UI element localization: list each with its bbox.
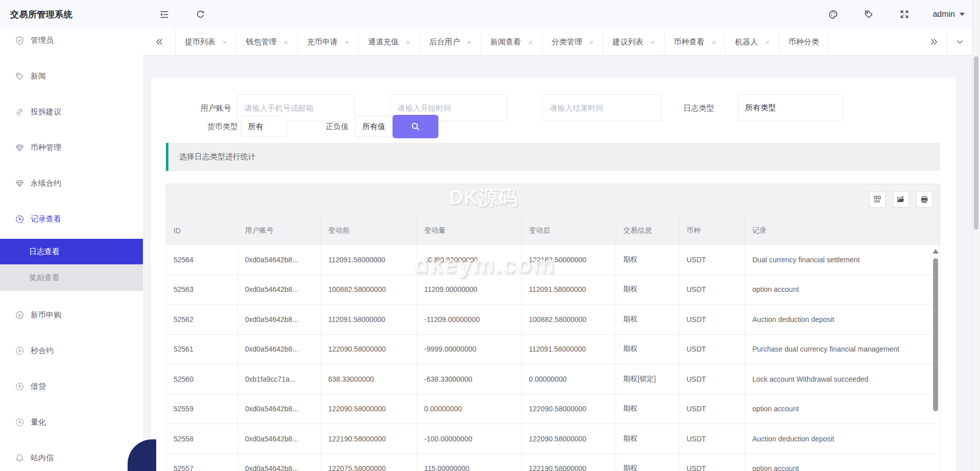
tab-5[interactable]: 后台用户× [420,29,481,55]
tab-3[interactable]: 充币申请× [298,29,359,55]
sidebar-item-records[interactable]: 记录查看 [0,207,143,231]
sidebar-item-new-coin[interactable]: $新币申购 [0,303,143,327]
page-scrollbar[interactable] [972,0,980,471]
sidebar-subitem-reward-view[interactable]: 奖励查看 [0,264,143,291]
user-menu[interactable]: admin [933,10,965,19]
cell-account: 0xd0a54642b8... [238,305,321,334]
column-header-account: 用户账号 [238,216,321,245]
tab-close-icon[interactable]: × [223,38,227,46]
sidebar-item-second-contract[interactable]: 秒合约 [0,339,143,362]
cell-before: 112091.58000000 [321,305,417,334]
search-button[interactable] [393,115,438,138]
cell-info: 期权 [616,394,679,424]
tabs-menu-button[interactable] [947,29,972,55]
sidebar-item-admin[interactable]: 管理员 [0,29,143,52]
tab-6[interactable]: 新闻查看× [481,29,543,55]
tab-close-icon[interactable]: × [284,38,288,46]
tab-close-icon[interactable]: × [590,38,594,46]
columns-button[interactable] [869,191,886,208]
table-header: ID用户账号变动前变动量变动后交易信息币种记录 [166,215,940,245]
sidebar-item-coin-manage[interactable]: 币种管理 [0,136,143,159]
tab-4[interactable]: 通道充值× [359,29,420,55]
table-scrollbar-thumb[interactable] [933,258,938,411]
refresh-icon[interactable] [195,9,206,20]
cell-after: 122182.50000000 [522,245,616,275]
sidebar-item-label: 秒合约 [31,346,54,356]
currency-type-select[interactable]: 所有 [241,116,287,137]
table-row: 525600xb1fa9cc71a...638.33000000-638.330… [166,364,940,394]
table-toolbar [166,184,940,215]
table-scrollbar [933,247,939,471]
sidebar-item-quant[interactable]: 量化 [0,410,143,434]
tab-close-icon[interactable]: × [765,38,770,46]
sidebar-item-mail[interactable]: 站内信 [0,446,143,469]
sidebar-subitem-log-view[interactable]: 日志查看 [0,239,143,264]
sidebar-item-label: 新币申购 [31,310,61,320]
tab-8[interactable]: 建议列表× [603,29,665,55]
tab-label: 通道充值 [368,37,399,47]
cell-id: 52558 [166,424,238,454]
dollar-icon: $ [15,310,24,320]
cell-coin: USDT [679,394,745,424]
diamond-icon [15,143,24,153]
table-body: 525640xd0a54642b8...112091.5800000010090… [166,245,940,471]
cell-record: option account [745,394,940,424]
tab-9[interactable]: 币种查看× [665,29,726,55]
sidebar-item-label: 永续合约 [31,179,61,188]
cell-record: Auction deduction deposit [745,305,940,334]
clock-icon [15,214,24,224]
print-button[interactable] [916,191,933,208]
sidebar-subitem-label: 奖励查看 [29,273,60,283]
cell-amount: -9999.00000000 [417,335,522,364]
cell-after: 122090.58000000 [522,394,616,424]
tab-2[interactable]: 钱包管理× [237,29,298,55]
tabs-scroll-right-button[interactable] [921,29,947,55]
tab-label: 提币列表 [185,37,215,47]
cell-after: 0.00000000 [522,364,616,394]
cell-info: 期权 [616,454,679,471]
shield-check-icon [15,36,24,45]
page-scrollbar-thumb[interactable] [974,56,978,230]
cell-account: 0xd0a54642b8... [238,424,321,454]
sidebar-item-label: 管理员 [31,36,54,45]
cell-coin: USDT [679,454,745,471]
column-header-id: ID [166,216,238,245]
cell-coin: USDT [679,335,745,364]
table-row: 525630xd0a54642b8...100882.5800000011209… [166,275,940,305]
sidebar-item-news[interactable]: 新闻 [0,64,143,88]
tabs-scroll-left-button[interactable] [143,29,176,55]
sidebar-item-lending[interactable]: 借贷 [0,375,143,398]
table-row: 525570xd0a54642b8...122075.58000000115.0… [166,454,940,471]
tab-close-icon[interactable]: × [712,38,716,46]
scroll-up-icon[interactable] [933,249,939,254]
tab-7[interactable]: 分类管理× [543,29,604,55]
cell-record: Dual currency financial settlement [745,245,940,275]
tab-close-icon[interactable]: × [467,38,472,46]
tab-close-icon[interactable]: × [528,38,533,46]
tab-close-icon[interactable]: × [406,38,410,46]
clock-icon [15,417,24,427]
cell-before: 122090.58000000 [321,335,417,364]
cell-before: 122190.58000000 [321,424,417,454]
sidebar-item-perpetual[interactable]: 永续合约 [0,171,143,195]
theme-palette-icon[interactable] [827,9,839,20]
sidebar-item-feedback[interactable]: 投拆建议 [0,100,143,123]
end-time-input[interactable] [542,94,661,121]
log-type-select[interactable]: 所有类型 [738,94,843,121]
tab-1[interactable]: 提币列表× [176,29,237,55]
collapse-sidebar-icon[interactable] [158,9,169,20]
tab-11[interactable]: 币种分类 [779,29,829,55]
tab-label: 新闻查看 [491,37,521,47]
table-row: 525610xd0a54642b8...122090.58000000-9999… [166,335,940,365]
cell-account: 0xd0a54642b8... [238,454,321,471]
column-header-amount: 变动量 [417,216,522,245]
tab-10[interactable]: 机器人× [726,29,779,55]
cell-before: 638.33000000 [321,364,417,394]
fullscreen-icon[interactable] [899,9,910,20]
export-button[interactable] [893,191,909,208]
tab-close-icon[interactable]: × [650,38,655,46]
tag-icon[interactable] [863,9,874,20]
sign-select[interactable]: 所有值 [355,116,393,137]
cell-id: 52560 [166,364,238,394]
tab-close-icon[interactable]: × [345,38,350,46]
